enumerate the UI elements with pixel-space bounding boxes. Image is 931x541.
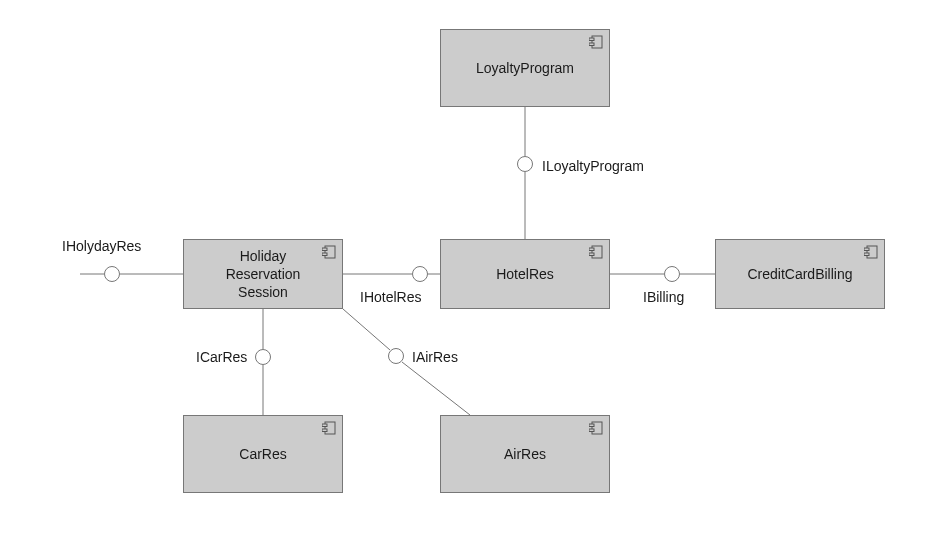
component-label: AirRes — [504, 445, 546, 463]
svg-rect-16 — [322, 248, 327, 251]
component-label: CreditCardBilling — [747, 265, 852, 283]
svg-rect-19 — [589, 248, 594, 251]
label-ihotelres: IHotelRes — [360, 289, 421, 305]
label-ibilling: IBilling — [643, 289, 684, 305]
component-icon — [589, 245, 603, 259]
component-label: HotelRes — [496, 265, 554, 283]
svg-rect-13 — [589, 38, 594, 41]
socket-icarres[interactable] — [255, 349, 271, 365]
socket-iholydayres[interactable] — [104, 266, 120, 282]
component-icon — [589, 35, 603, 49]
svg-rect-20 — [589, 253, 594, 256]
label-icarres: ICarRes — [196, 349, 247, 365]
component-hotel-res[interactable]: HotelRes — [440, 239, 610, 309]
svg-rect-22 — [864, 248, 869, 251]
component-icon — [589, 421, 603, 435]
label-iholydayres: IHolydayRes — [62, 238, 141, 254]
component-loyalty-program[interactable]: LoyaltyProgram — [440, 29, 610, 107]
svg-rect-26 — [322, 429, 327, 432]
svg-line-10 — [343, 309, 390, 350]
socket-ihotelres[interactable] — [412, 266, 428, 282]
svg-rect-25 — [322, 424, 327, 427]
svg-rect-29 — [589, 429, 594, 432]
svg-rect-17 — [322, 253, 327, 256]
component-icon — [864, 245, 878, 259]
svg-rect-23 — [864, 253, 869, 256]
svg-rect-28 — [589, 424, 594, 427]
component-car-res[interactable]: CarRes — [183, 415, 343, 493]
component-label: LoyaltyProgram — [476, 59, 574, 77]
label-iairres: IAirRes — [412, 349, 458, 365]
socket-iloyaltyprogram[interactable] — [517, 156, 533, 172]
component-credit-card-billing[interactable]: CreditCardBilling — [715, 239, 885, 309]
component-icon — [322, 245, 336, 259]
socket-ibilling[interactable] — [664, 266, 680, 282]
component-label: CarRes — [239, 445, 286, 463]
component-label: Holiday Reservation Session — [226, 247, 301, 302]
component-icon — [322, 421, 336, 435]
svg-line-11 — [402, 362, 470, 415]
diagram-canvas: LoyaltyProgram Holiday Reservation Sessi… — [0, 0, 931, 541]
label-iloyaltyprogram: ILoyaltyProgram — [542, 158, 644, 174]
socket-iairres[interactable] — [388, 348, 404, 364]
component-air-res[interactable]: AirRes — [440, 415, 610, 493]
component-holiday-reservation-session[interactable]: Holiday Reservation Session — [183, 239, 343, 309]
svg-rect-14 — [589, 43, 594, 46]
